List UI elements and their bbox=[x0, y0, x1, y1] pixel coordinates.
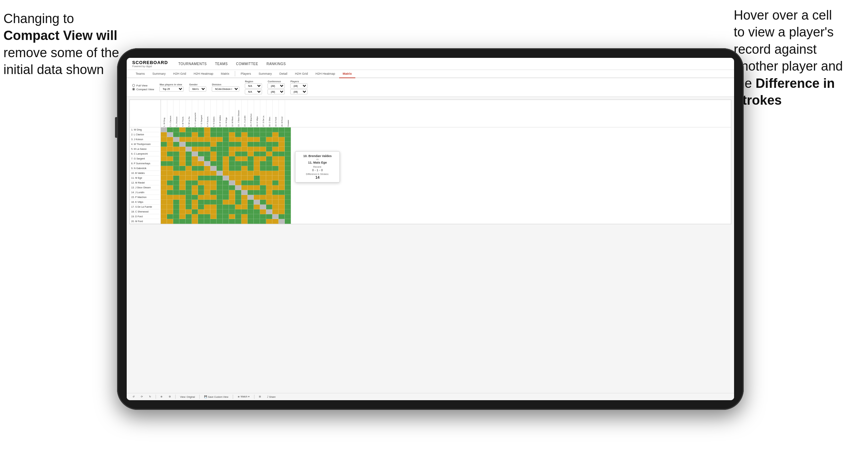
grid-cell[interactable] bbox=[254, 185, 260, 190]
grid-cell[interactable] bbox=[210, 147, 217, 152]
grid-cell[interactable] bbox=[217, 209, 223, 214]
grid-cell[interactable] bbox=[285, 137, 291, 142]
grid-cell[interactable] bbox=[210, 156, 217, 161]
grid-cell[interactable] bbox=[260, 214, 266, 219]
grid-cell[interactable] bbox=[272, 156, 279, 161]
grid-cell[interactable] bbox=[285, 214, 291, 219]
grid-cell[interactable] bbox=[192, 180, 198, 185]
grid-cell[interactable] bbox=[229, 171, 235, 176]
grid-cell[interactable] bbox=[223, 171, 229, 176]
grid-cell[interactable] bbox=[161, 200, 167, 205]
share-button[interactable]: ⤴ Share bbox=[265, 395, 278, 399]
region-select-2[interactable]: N/A bbox=[245, 89, 262, 94]
grid-cell[interactable] bbox=[210, 152, 217, 156]
grid-cell[interactable] bbox=[210, 209, 217, 214]
grid-cell[interactable] bbox=[198, 137, 204, 142]
grid-cell[interactable] bbox=[223, 166, 229, 171]
max-players-select[interactable]: Top 25 bbox=[159, 86, 184, 92]
grid-cell[interactable] bbox=[260, 195, 266, 200]
grid-cell[interactable] bbox=[204, 171, 210, 176]
grid-cell[interactable] bbox=[179, 127, 186, 132]
grid-cell[interactable] bbox=[217, 132, 223, 137]
nav-teams[interactable]: TEAMS bbox=[215, 62, 228, 66]
tab-summary-2[interactable]: Summary bbox=[255, 70, 275, 78]
grid-cell[interactable] bbox=[279, 176, 285, 180]
grid-cell[interactable] bbox=[186, 180, 192, 185]
grid-cell[interactable] bbox=[179, 166, 186, 171]
grid-cell[interactable] bbox=[186, 185, 192, 190]
grid-cell[interactable] bbox=[229, 152, 235, 156]
grid-cell[interactable] bbox=[260, 132, 266, 137]
grid-cell[interactable] bbox=[204, 205, 210, 209]
grid-cell[interactable] bbox=[229, 219, 235, 224]
grid-cell[interactable] bbox=[279, 195, 285, 200]
grid-cell[interactable] bbox=[248, 147, 254, 152]
grid-cell[interactable] bbox=[161, 132, 167, 137]
grid-cell[interactable] bbox=[186, 152, 192, 156]
grid-cell[interactable] bbox=[179, 180, 186, 185]
grid-cell[interactable] bbox=[279, 190, 285, 195]
grid-cell[interactable] bbox=[167, 137, 173, 142]
grid-cell[interactable] bbox=[223, 209, 229, 214]
grid-cell[interactable] bbox=[248, 214, 254, 219]
grid-cell[interactable] bbox=[210, 176, 217, 180]
grid-cell[interactable] bbox=[198, 171, 204, 176]
grid-cell[interactable] bbox=[229, 137, 235, 142]
grid-cell[interactable] bbox=[266, 132, 272, 137]
grid-cell[interactable] bbox=[198, 166, 204, 171]
grid-cell[interactable] bbox=[241, 166, 248, 171]
tab-h2h-grid-2[interactable]: H2H Grid bbox=[292, 70, 312, 78]
grid-cell[interactable] bbox=[179, 209, 186, 214]
grid-cell[interactable] bbox=[285, 180, 291, 185]
grid-cell[interactable] bbox=[198, 205, 204, 209]
grid-cell[interactable] bbox=[229, 214, 235, 219]
grid-cell[interactable] bbox=[254, 166, 260, 171]
grid-cell[interactable] bbox=[186, 205, 192, 209]
grid-cell[interactable] bbox=[192, 142, 198, 147]
grid-cell[interactable] bbox=[192, 195, 198, 200]
grid-cell[interactable] bbox=[192, 137, 198, 142]
grid-cell[interactable] bbox=[260, 137, 266, 142]
players-select-2[interactable]: (All) bbox=[290, 89, 307, 94]
grid-cell[interactable] bbox=[266, 166, 272, 171]
grid-cell[interactable] bbox=[167, 147, 173, 152]
grid-cell[interactable] bbox=[161, 205, 167, 209]
grid-cell[interactable] bbox=[248, 205, 254, 209]
grid-cell[interactable] bbox=[272, 142, 279, 147]
grid-cell[interactable] bbox=[241, 205, 248, 209]
grid-cell[interactable] bbox=[223, 176, 229, 180]
grid-cell[interactable] bbox=[179, 195, 186, 200]
grid-cell[interactable] bbox=[223, 132, 229, 137]
grid-cell[interactable] bbox=[235, 166, 241, 171]
grid-cell[interactable] bbox=[285, 190, 291, 195]
grid-cell[interactable] bbox=[161, 195, 167, 200]
grid-cell[interactable] bbox=[186, 137, 192, 142]
grid-cell[interactable] bbox=[229, 209, 235, 214]
zoom-button[interactable]: ⊕ bbox=[159, 395, 164, 399]
grid-cell[interactable] bbox=[198, 152, 204, 156]
grid-cell[interactable] bbox=[285, 156, 291, 161]
grid-cell[interactable] bbox=[167, 214, 173, 219]
grid-cell[interactable] bbox=[254, 127, 260, 132]
grid-cell[interactable] bbox=[279, 127, 285, 132]
grid-cell[interactable] bbox=[217, 156, 223, 161]
grid-cell[interactable] bbox=[217, 166, 223, 171]
grid-cell[interactable] bbox=[173, 142, 179, 147]
grid-cell[interactable] bbox=[223, 152, 229, 156]
grid-cell[interactable] bbox=[161, 219, 167, 224]
grid-cell[interactable] bbox=[266, 219, 272, 224]
grid-cell[interactable] bbox=[217, 176, 223, 180]
grid-cell[interactable] bbox=[210, 166, 217, 171]
grid-cell[interactable] bbox=[217, 200, 223, 205]
grid-cell[interactable] bbox=[260, 142, 266, 147]
conference-select-2[interactable]: (All) bbox=[268, 89, 285, 94]
grid-cell[interactable] bbox=[161, 161, 167, 166]
grid-cell[interactable] bbox=[204, 209, 210, 214]
grid-cell[interactable] bbox=[173, 137, 179, 142]
grid-cell[interactable] bbox=[179, 219, 186, 224]
grid-cell[interactable] bbox=[217, 190, 223, 195]
settings-button[interactable]: ⚙ bbox=[167, 395, 172, 399]
grid-cell[interactable] bbox=[161, 180, 167, 185]
grid-cell[interactable] bbox=[198, 156, 204, 161]
grid-cell[interactable] bbox=[186, 171, 192, 176]
